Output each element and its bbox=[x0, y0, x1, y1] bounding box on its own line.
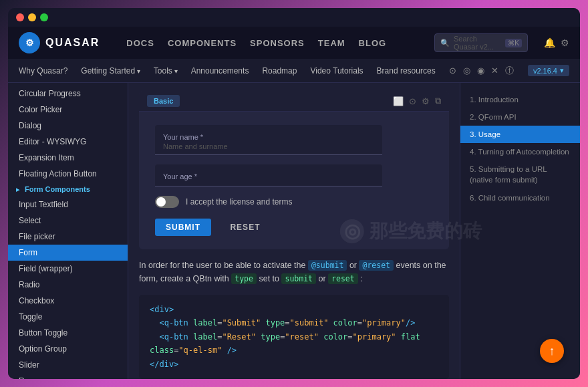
sidebar-item-button-toggle[interactable]: Button Toggle bbox=[8, 325, 128, 341]
sidebar-item-file-picker[interactable]: File picker bbox=[8, 229, 128, 245]
nav-sponsors[interactable]: SPONSORS bbox=[250, 38, 305, 48]
sidebar-item-radio[interactable]: Radio bbox=[8, 277, 128, 293]
sidebar-item-circular-progress[interactable]: Circular Progress bbox=[8, 86, 128, 102]
code-submit-event: @submit bbox=[308, 260, 347, 271]
subnav-brand[interactable]: Brand resources bbox=[377, 66, 436, 76]
sidebar-item-form[interactable]: Form bbox=[8, 245, 128, 261]
prose-text-5: or bbox=[316, 274, 328, 283]
submit-button[interactable]: SUBMIT bbox=[155, 219, 211, 236]
close-button[interactable] bbox=[16, 13, 24, 21]
sidebar-section-form-components[interactable]: Form Components bbox=[8, 182, 128, 197]
sidebar-item-color-picker[interactable]: Color Picker bbox=[8, 102, 128, 118]
sidebar-item-fab[interactable]: Floating Action Button bbox=[8, 166, 128, 182]
name-field[interactable]: Your name * Name and surname bbox=[155, 125, 382, 155]
code-block-1: <div> <q-btn label="Submit" type="submit… bbox=[139, 295, 449, 379]
expand-icon[interactable]: ⬜ bbox=[393, 96, 404, 106]
code-line-3: <q-btn label="Reset" type="reset" color=… bbox=[150, 330, 438, 358]
scroll-to-top-button[interactable]: ↑ bbox=[540, 339, 564, 363]
github-icon[interactable]: ⊙ bbox=[449, 66, 456, 76]
toc-item-5[interactable]: 5. Submitting to a URL (native form subm… bbox=[460, 160, 580, 188]
code-reset-val: reset bbox=[328, 273, 358, 284]
sub-nav: Why Quasar? Getting Started Tools Announ… bbox=[8, 59, 580, 83]
sidebar-item-toggle[interactable]: Toggle bbox=[8, 309, 128, 325]
sidebar: Circular Progress Color Picker Dialog Ed… bbox=[8, 83, 128, 379]
sidebar-item-select[interactable]: Select bbox=[8, 213, 128, 229]
version-badge[interactable]: v2.16.4 ▾ bbox=[528, 65, 569, 76]
demo-body: Your name * Name and surname Your age * … bbox=[139, 112, 449, 249]
prose-text-4: set to bbox=[257, 274, 282, 283]
toc-item-6[interactable]: 6. Child communication bbox=[460, 189, 580, 207]
nav-blog[interactable]: BLOG bbox=[359, 38, 387, 48]
toc-item-2[interactable]: 2. QForm API bbox=[460, 108, 580, 126]
code-reset-event: @reset bbox=[359, 260, 394, 271]
titlebar bbox=[8, 8, 580, 27]
prose-1: In order for the user to be able to acti… bbox=[139, 259, 449, 285]
notification-icon[interactable]: 🔔 bbox=[544, 37, 555, 48]
code-submit-val: submit bbox=[281, 273, 316, 284]
brand-name: QUASAR bbox=[45, 37, 100, 49]
code-line-4: </div> bbox=[150, 358, 438, 371]
name-label: Your name * bbox=[163, 133, 374, 141]
sidebar-item-checkbox[interactable]: Checkbox bbox=[8, 293, 128, 309]
sidebar-item-slider[interactable]: Slider bbox=[8, 357, 128, 373]
nav-components[interactable]: COMPONENTS bbox=[168, 38, 237, 48]
sidebar-item-expansion[interactable]: Expansion Item bbox=[8, 150, 128, 166]
search-placeholder: Search Quasar v2... bbox=[454, 35, 501, 51]
chevron-down-icon: ▾ bbox=[560, 66, 564, 75]
search-kbd: ⌘K bbox=[505, 39, 522, 47]
chat-icon[interactable]: ◉ bbox=[477, 66, 484, 76]
sidebar-item-field[interactable]: Field (wrapper) bbox=[8, 261, 128, 277]
maximize-button[interactable] bbox=[40, 13, 48, 21]
subnav-why[interactable]: Why Quasar? bbox=[19, 66, 67, 76]
demo-tab[interactable]: Basic bbox=[147, 95, 180, 107]
reset-button[interactable]: RESET bbox=[219, 219, 271, 236]
subnav-video[interactable]: Video Tutorials bbox=[310, 66, 363, 76]
settings-icon[interactable]: ⚙ bbox=[561, 37, 569, 48]
sidebar-item-editor[interactable]: Editor - WYSIWYG bbox=[8, 134, 128, 150]
github-link-icon[interactable]: ⊙ bbox=[409, 96, 416, 106]
nav-team[interactable]: TEAM bbox=[318, 38, 345, 48]
prose-text-1: In order for the user to be able to acti… bbox=[139, 261, 308, 270]
top-nav: ⚙ QUASAR DOCS COMPONENTS SPONSORS TEAM B… bbox=[8, 27, 580, 59]
subnav-roadmap[interactable]: Roadmap bbox=[262, 66, 297, 76]
prose-text-6: : bbox=[358, 274, 363, 283]
subnav-tools[interactable]: Tools bbox=[154, 66, 178, 76]
search-box[interactable]: 🔍 Search Quasar v2... ⌘K bbox=[434, 33, 528, 52]
age-field[interactable]: Your age * bbox=[155, 164, 382, 186]
nav-docs[interactable]: DOCS bbox=[126, 38, 154, 48]
toggle-row: I accept the license and terms bbox=[155, 196, 433, 208]
minimize-button[interactable] bbox=[28, 13, 36, 21]
sub-nav-icons: ⊙ ◎ ◉ ✕ ⓕ bbox=[449, 65, 514, 77]
top-nav-icons: 🔔 ⚙ bbox=[544, 37, 569, 48]
logo[interactable]: ⚙ QUASAR bbox=[19, 32, 100, 53]
demo-card: Basic ⬜ ⊙ ⚙ ⧉ Your name * Name and surna… bbox=[139, 91, 449, 249]
sidebar-item-option-group[interactable]: Option Group bbox=[8, 341, 128, 357]
demo-actions: ⬜ ⊙ ⚙ ⧉ bbox=[393, 96, 441, 106]
toc-item-3[interactable]: 3. Usage bbox=[460, 126, 580, 143]
name-hint: Name and surname bbox=[163, 142, 374, 150]
copy-icon[interactable]: ⧉ bbox=[435, 96, 441, 106]
demo-header: Basic ⬜ ⊙ ⚙ ⧉ bbox=[139, 91, 449, 112]
nav-links: DOCS COMPONENTS SPONSORS TEAM BLOG bbox=[126, 38, 386, 48]
prose-text-2: or bbox=[347, 261, 359, 270]
code-line-2: <q-btn label="Submit" type="submit" colo… bbox=[150, 316, 438, 330]
discord-icon[interactable]: ◎ bbox=[463, 66, 470, 76]
sidebar-item-input[interactable]: Input Textfield bbox=[8, 197, 128, 213]
toc-item-4[interactable]: 4. Turning off Autocompletion bbox=[460, 143, 580, 160]
sidebar-item-range[interactable]: Range bbox=[8, 373, 128, 379]
facebook-icon[interactable]: ⓕ bbox=[505, 65, 514, 77]
subnav-getting-started[interactable]: Getting Started bbox=[81, 66, 140, 76]
twitter-icon[interactable]: ✕ bbox=[491, 66, 498, 76]
code-type-attr: type bbox=[231, 273, 257, 284]
version-text: v2.16.4 bbox=[533, 67, 557, 75]
settings-icon[interactable]: ⚙ bbox=[422, 96, 430, 106]
main-layout: Circular Progress Color Picker Dialog Ed… bbox=[8, 83, 580, 379]
sidebar-item-dialog[interactable]: Dialog bbox=[8, 118, 128, 134]
license-toggle[interactable] bbox=[155, 196, 179, 208]
subnav-announcements[interactable]: Announcements bbox=[191, 66, 249, 76]
main-content: Basic ⬜ ⊙ ⚙ ⧉ Your name * Name and surna… bbox=[128, 83, 460, 379]
toc-item-1[interactable]: 1. Introduction bbox=[460, 91, 580, 108]
toc-sidebar: 1. Introduction 2. QForm API 3. Usage 4.… bbox=[460, 83, 580, 379]
content-wrapper: Basic ⬜ ⊙ ⚙ ⧉ Your name * Name and surna… bbox=[128, 83, 580, 379]
form-buttons: SUBMIT RESET bbox=[155, 219, 433, 236]
